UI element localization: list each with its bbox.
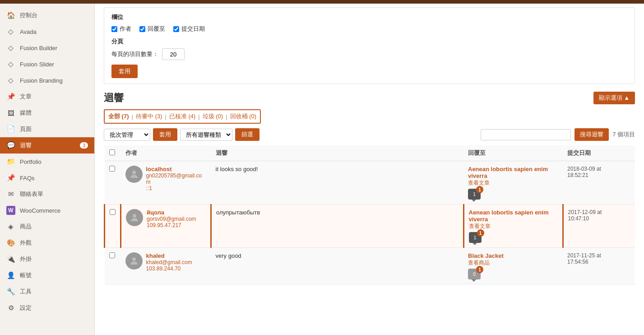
posts-icon: 📌 (6, 92, 15, 101)
svg-point-0 (132, 171, 136, 174)
comment-date: 2017-11-25 at (567, 252, 601, 259)
sidebar-item-woocommerce[interactable]: W WooCommerce (0, 202, 94, 219)
sidebar-item-contact[interactable]: ✉ 聯絡表單 (0, 186, 94, 202)
sidebar-item-fusion-builder[interactable]: ◇ Fusion Builder (0, 40, 94, 56)
svg-point-2 (132, 257, 136, 261)
date-checkbox[interactable] (173, 26, 179, 32)
sidebar-item-products[interactable]: ◈ 商品 (0, 219, 94, 235)
comment-time: 17:54:56 (567, 259, 588, 265)
col-date: 提交日期 (563, 145, 635, 161)
author-label: 作者 (120, 25, 131, 33)
search-input[interactable] (481, 129, 571, 140)
sidebar-item-fusion-slider[interactable]: ◇ Fusion Slider (0, 56, 94, 72)
comment-time: 18:52:21 (567, 172, 588, 178)
date-cell: 2017-12-09 at10:47:10 (563, 205, 635, 248)
screen-options-panel: 欄位 作者 回覆至 提交日期 分頁 每頁的項目數量： 套用 (104, 7, 635, 84)
row-checkbox[interactable] (109, 166, 115, 172)
reply-to-link[interactable]: 查看文章 (468, 179, 558, 187)
sidebar-item-plugins[interactable]: 🔌 外掛 (0, 251, 94, 267)
comment-type-select[interactable]: 所有迴響種類 (180, 129, 232, 141)
table-row: йцола gorsv09@gmail.com 109.95.47.217 ол… (105, 205, 635, 248)
sidebar-item-media[interactable]: 🖼 媒體 (0, 105, 94, 121)
comments-section: 迴響 顯示選項 ▲ 全部 (7) | 待審中 (3) | 已核准 (4) | 垃… (95, 91, 644, 284)
sidebar-item-settings[interactable]: ⚙ 設定 (0, 300, 94, 316)
author-ip[interactable]: 103.89.244.70 (146, 265, 192, 272)
reply-to-title[interactable]: Aenean lobortis sapien enim viverra (468, 166, 558, 179)
reply-bubble[interactable]: 1 1 (469, 232, 482, 243)
pages-icon: 📄 (6, 125, 15, 134)
settings-icon: ⚙ (6, 303, 15, 312)
reply-to-link[interactable]: 查看文章 (469, 223, 558, 230)
comments-icon: 💬 (6, 141, 15, 150)
sidebar-item-portfolio[interactable]: 📁 Portfolio (0, 154, 94, 170)
sidebar-item-pages[interactable]: 📄 頁面 (0, 121, 94, 137)
avatar (125, 252, 143, 270)
filter-button[interactable]: 篩選 (235, 128, 259, 141)
comments-header: 迴響 顯示選項 ▲ (104, 91, 635, 105)
author-name[interactable]: йцола (147, 209, 196, 216)
main-content: 欄位 作者 回覆至 提交日期 分頁 每頁的項目數量： 套用 迴響 (95, 4, 644, 335)
sidebar-item-label: 迴響 (20, 141, 75, 149)
filter-tab-pending[interactable]: 待審中 (3) (135, 112, 163, 121)
reply-to-title[interactable]: Aenean lobortis sapien enim viverra (469, 209, 558, 223)
author-ip[interactable]: 109.95.47.217 (147, 222, 196, 228)
reply-count: 1 (473, 235, 476, 240)
sidebar-item-fusion-branding[interactable]: ◇ Fusion Branding (0, 72, 94, 88)
comment-text: very good (211, 248, 464, 284)
sidebar-item-label: 設定 (20, 304, 88, 312)
author-cell: localhost gn02205785@gmail.com ::1 (121, 161, 211, 205)
per-page-label: 每頁的項目數量： (111, 50, 158, 58)
sidebar-item-dashboard[interactable]: 🏠 控制台 (0, 7, 94, 23)
comments-badge: 3 (80, 142, 88, 149)
bulk-action-select[interactable]: 批次管理 核准 未核准 標記為垃圾 刪除 (104, 129, 150, 141)
show-options-button[interactable]: 顯示選項 ▲ (593, 92, 635, 104)
avatar (126, 209, 143, 226)
comment-date: 2018-03-09 at (567, 166, 601, 172)
screen-options-apply-button[interactable]: 套用 (111, 65, 138, 78)
checkbox-date[interactable]: 提交日期 (173, 25, 205, 33)
bulk-apply-button[interactable]: 套用 (153, 128, 177, 141)
author-email[interactable]: gorsv09@gmail.com (147, 216, 196, 222)
author-checkbox[interactable] (111, 26, 117, 32)
sidebar-item-users[interactable]: 👤 帳號 (0, 267, 94, 284)
reply-to-link[interactable]: 查看商品 (468, 259, 558, 267)
author-cell: khaled khaled@gmail.com 103.89.244.70 (121, 248, 211, 284)
media-icon: 🖼 (6, 108, 15, 117)
sidebar-item-label: 帳號 (20, 271, 88, 279)
per-page-input[interactable] (162, 48, 185, 60)
filter-tab-trash[interactable]: 回收桶 (0) (229, 112, 258, 121)
filter-tab-approved[interactable]: 已核准 (4) (168, 112, 197, 121)
screen-options-title: 欄位 (111, 13, 627, 21)
author-name[interactable]: localhost (146, 166, 202, 172)
author-name[interactable]: khaled (146, 252, 192, 259)
reply-bubble[interactable]: 1 1 (468, 189, 481, 200)
reply-to-title[interactable]: Black Jacket (468, 252, 558, 259)
filter-tab-all[interactable]: 全部 (7) (107, 112, 130, 121)
row-checkbox[interactable] (109, 252, 115, 258)
sidebar-item-posts[interactable]: 📌 文章 (0, 88, 94, 105)
sidebar-item-label: 商品 (20, 223, 88, 231)
sidebar-item-appearance[interactable]: 🎨 外觀 (0, 235, 94, 251)
sidebar-item-avada[interactable]: ◇ Avada (0, 23, 94, 40)
author-email[interactable]: gn02205785@gmail.com (146, 172, 202, 185)
fusion-builder-icon: ◇ (6, 43, 15, 52)
author-email[interactable]: khaled@gmail.com (146, 259, 192, 265)
sidebar-item-faqs[interactable]: 📌 FAQs (0, 170, 94, 186)
sidebar-item-label: FAQs (20, 175, 88, 181)
comment-text: it looks so good! (211, 161, 464, 205)
checkbox-reply-to[interactable]: 回覆至 (139, 25, 165, 33)
checkbox-author[interactable]: 作者 (111, 25, 131, 33)
reply-bubble[interactable]: 0 1 (468, 269, 481, 279)
sidebar-item-comments[interactable]: 💬 迴響 3 (0, 137, 94, 154)
search-button[interactable]: 搜尋迴響 (575, 128, 609, 141)
appearance-icon: 🎨 (6, 238, 15, 247)
sidebar-item-label: 控制台 (20, 11, 88, 19)
sidebar-item-tools[interactable]: 🔧 工具 (0, 284, 94, 300)
row-checkbox[interactable] (110, 209, 116, 215)
action-left: 批次管理 核准 未核准 標記為垃圾 刪除 套用 所有迴響種類 篩選 (104, 128, 259, 141)
col-checkbox (105, 145, 121, 161)
author-ip[interactable]: ::1 (146, 185, 202, 191)
select-all-checkbox[interactable] (109, 149, 115, 155)
reply-to-checkbox[interactable] (139, 26, 145, 32)
filter-tab-spam[interactable]: 垃圾 (0) (202, 112, 224, 121)
